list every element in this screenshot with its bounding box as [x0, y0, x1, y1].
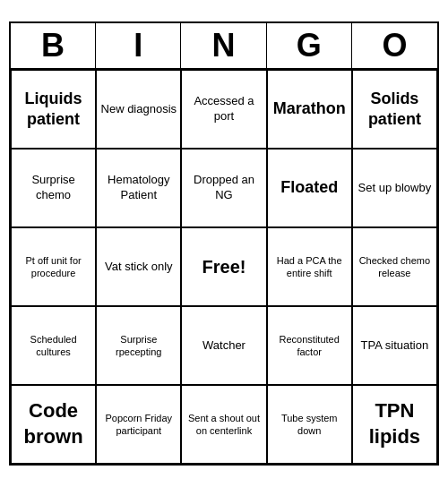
bingo-cell-8[interactable]: Floated [267, 149, 352, 227]
bingo-cell-21[interactable]: Popcorn Friday participant [96, 385, 181, 464]
bingo-cell-0[interactable]: Liquids patient [11, 70, 96, 149]
bingo-cell-9[interactable]: Set up blowby [352, 149, 437, 227]
bingo-cell-22[interactable]: Sent a shout out on centerlink [181, 385, 266, 464]
bingo-letter-b: B [11, 23, 96, 68]
bingo-cell-11[interactable]: Vat stick only [96, 227, 181, 306]
bingo-cell-23[interactable]: Tube system down [267, 385, 352, 464]
bingo-cell-2[interactable]: Accessed a port [181, 70, 266, 149]
bingo-cell-12[interactable]: Free! [181, 227, 266, 306]
bingo-cell-3[interactable]: Marathon [267, 70, 352, 149]
bingo-letter-o: O [352, 23, 437, 68]
bingo-cell-10[interactable]: Pt off unit for procedure [11, 227, 96, 306]
bingo-cell-5[interactable]: Surprise chemo [11, 149, 96, 227]
bingo-letter-g: G [267, 23, 352, 68]
bingo-cell-18[interactable]: Reconstituted factor [267, 306, 352, 385]
bingo-cell-17[interactable]: Watcher [181, 306, 266, 385]
bingo-letter-n: N [181, 23, 266, 68]
bingo-cell-4[interactable]: Solids patient [352, 70, 437, 149]
bingo-letter-i: I [96, 23, 181, 68]
bingo-grid: Liquids patientNew diagnosisAccessed a p… [11, 70, 437, 464]
bingo-cell-16[interactable]: Surprise rpecepting [96, 306, 181, 385]
bingo-header: BINGO [11, 23, 437, 70]
bingo-cell-6[interactable]: Hematology Patient [96, 149, 181, 227]
bingo-cell-15[interactable]: Scheduled cultures [11, 306, 96, 385]
bingo-cell-19[interactable]: TPA situation [352, 306, 437, 385]
bingo-cell-14[interactable]: Checked chemo release [352, 227, 437, 306]
bingo-cell-24[interactable]: TPN lipids [352, 385, 437, 464]
bingo-card: BINGO Liquids patientNew diagnosisAccess… [9, 21, 439, 466]
bingo-cell-13[interactable]: Had a PCA the entire shift [267, 227, 352, 306]
bingo-cell-20[interactable]: Code brown [11, 385, 96, 464]
bingo-cell-7[interactable]: Dropped an NG [181, 149, 266, 227]
bingo-cell-1[interactable]: New diagnosis [96, 70, 181, 149]
